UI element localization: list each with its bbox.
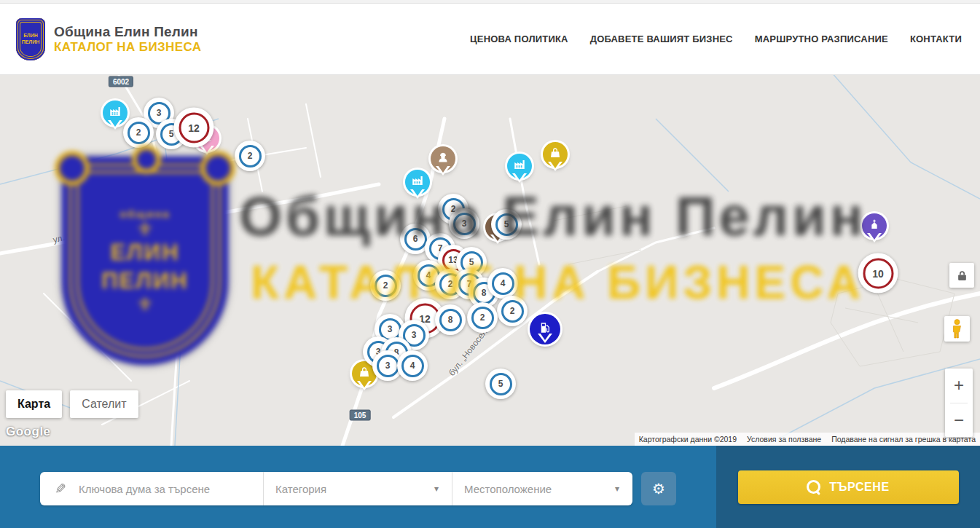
cluster-count: 2 (501, 300, 524, 323)
worker-pin[interactable] (431, 146, 455, 171)
map-cluster-marker[interactable]: 4 (397, 350, 428, 381)
map-cluster-marker[interactable]: 12 (174, 108, 214, 148)
cluster-count: 2 (128, 122, 150, 144)
bag-pin[interactable] (543, 142, 568, 167)
brand[interactable]: ЕЛИН ПЕЛИН Община Елин Пелин КАТАЛОГ НА … (16, 18, 201, 60)
cluster-count: 3 (377, 355, 399, 377)
map-data-notice: Картографски данни ©2019 (639, 435, 737, 444)
factory-icon (109, 105, 122, 121)
pegman-icon (952, 319, 963, 339)
google-logo[interactable]: Google (6, 425, 51, 439)
cluster-count: 8 (439, 309, 462, 331)
map-cluster-marker[interactable]: 4 (487, 268, 518, 299)
nav-item[interactable]: ДОБАВЕТЕ ВАШИЯТ БИЗНЕС (590, 34, 733, 44)
cluster-count: 10 (863, 258, 893, 288)
cluster-count: 5 (495, 213, 518, 236)
location-select[interactable]: Местоположение ▾ (452, 472, 632, 505)
search-button-panel: ТЪРСЕНЕ (716, 446, 980, 528)
advanced-settings-button[interactable]: ⚙ (641, 472, 676, 505)
search-button[interactable]: ТЪРСЕНЕ (738, 470, 959, 504)
municipality-logo: ЕЛИН ПЕЛИН (16, 18, 45, 60)
map-cluster-marker[interactable]: 8 (435, 304, 466, 335)
nav-item[interactable]: КОНТАКТИ (910, 34, 962, 44)
chevron-down-icon: ▾ (615, 484, 619, 494)
fullscreen-lock-button[interactable] (949, 263, 974, 288)
search-fields: ✎ Категория ▾ Местоположение ▾ (40, 472, 632, 505)
cluster-count: 6 (404, 228, 427, 251)
cluster-count: 12 (179, 112, 209, 143)
cluster-count: 4 (401, 355, 424, 377)
pencil-icon: ✎ (55, 481, 66, 497)
search-button-label: ТЪРСЕНЕ (829, 481, 890, 494)
cluster-count: 2 (375, 275, 397, 297)
attribution-link[interactable]: Условия за ползване (747, 435, 821, 444)
bag-icon (358, 366, 370, 381)
lock-icon (957, 270, 967, 281)
map-type-control: Карта Сателит (6, 390, 138, 418)
nav-item[interactable]: МАРШРУТНО РАЗПИСАНИЕ (755, 34, 888, 44)
cluster-count: 3 (453, 213, 476, 235)
map-canvas[interactable]: ул. Преславбул. „Новоселци“6002105 32512… (0, 75, 980, 446)
factory-pin[interactable] (507, 154, 532, 178)
cluster-count: 5 (490, 373, 512, 395)
cluster-count: 4 (492, 272, 514, 295)
header: ЕЛИН ПЕЛИН Община Елин Пелин КАТАЛОГ НА … (0, 4, 980, 75)
category-label: Категория (275, 483, 326, 495)
pegman-control[interactable] (944, 316, 970, 342)
map-attribution: Картографски данни ©2019Условия за ползв… (635, 433, 980, 446)
fuel-icon (538, 321, 552, 337)
road-number-badge: 6002 (109, 76, 133, 87)
chevron-down-icon: ▾ (434, 484, 439, 494)
cluster-count: 2 (471, 307, 494, 329)
map-type-map-button[interactable]: Карта (6, 390, 62, 418)
cluster-count: 2 (239, 145, 262, 168)
magnifier-icon (807, 480, 820, 494)
map-cluster-marker[interactable]: 3 (449, 208, 479, 239)
factory-icon (513, 158, 526, 174)
map-cluster-marker[interactable]: 2 (123, 117, 154, 148)
main-nav: ЦЕНОВА ПОЛИТИКАДОБАВЕТЕ ВАШИЯТ БИЗНЕСМАР… (470, 34, 962, 44)
nav-item[interactable]: ЦЕНОВА ПОЛИТИКА (470, 34, 568, 44)
worker-icon (436, 151, 450, 167)
site-subtitle: КАТАЛОГ НА БИЗНЕСА (54, 40, 201, 55)
factory-pin[interactable] (405, 170, 430, 194)
church-pin[interactable] (862, 213, 887, 238)
factory-icon (411, 174, 424, 190)
map-cluster-marker[interactable]: 10 (858, 253, 898, 293)
category-select[interactable]: Категория ▾ (263, 472, 452, 505)
bag-icon (549, 147, 561, 162)
church-icon (869, 218, 880, 233)
logo-line2: ПЕЛИН (22, 39, 40, 45)
site-title: Община Елин Пелин (54, 24, 201, 40)
keyword-field: ✎ (40, 472, 263, 505)
location-label: Местоположение (464, 483, 552, 495)
gear-icon: ⚙ (652, 480, 665, 497)
zoom-out-button[interactable]: − (945, 403, 973, 438)
fuel-pin[interactable] (530, 314, 560, 344)
map-cluster-marker[interactable]: 2 (370, 270, 401, 301)
map-type-satellite-button[interactable]: Сателит (70, 390, 138, 418)
keyword-input[interactable] (77, 482, 248, 496)
zoom-control: + − (945, 369, 973, 437)
map-cluster-marker[interactable]: 5 (491, 209, 522, 240)
road-number-badge: 105 (350, 410, 371, 421)
map-cluster-marker[interactable]: 2 (497, 296, 528, 326)
zoom-in-button[interactable]: + (945, 369, 973, 403)
factory-pin[interactable] (103, 101, 128, 125)
logo-line1: ЕЛИН (23, 33, 38, 39)
map-cluster-marker[interactable]: 2 (235, 141, 265, 171)
map-cluster-marker[interactable]: 2 (467, 302, 498, 333)
map-cluster-marker[interactable]: 5 (485, 369, 516, 399)
brand-text: Община Елин Пелин КАТАЛОГ НА БИЗНЕСА (54, 24, 201, 54)
search-bar: ТЪРСЕНЕ ✎ Категория ▾ Местоположение ▾ ⚙ (0, 446, 980, 528)
